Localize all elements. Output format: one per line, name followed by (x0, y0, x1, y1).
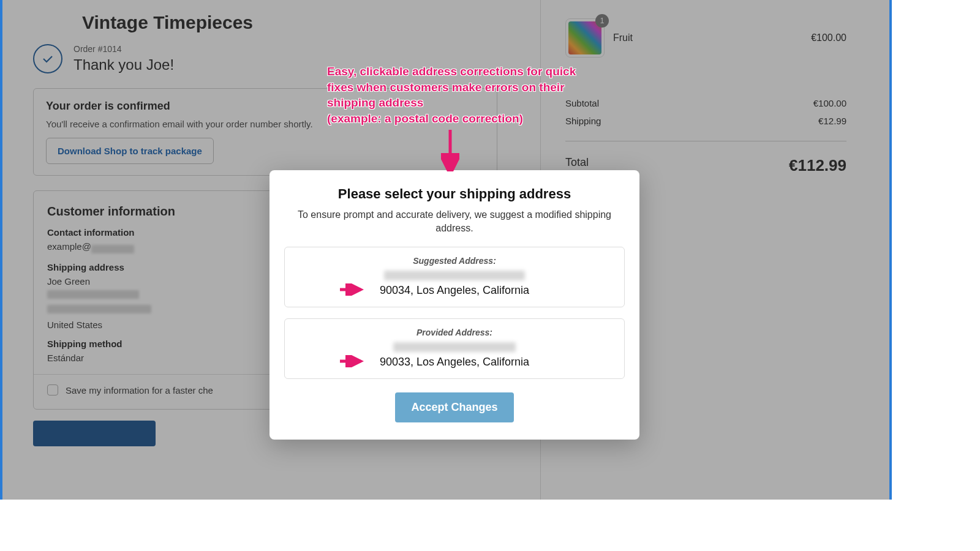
accept-changes-button[interactable]: Accept Changes (395, 392, 513, 422)
arrow-right-icon (339, 283, 366, 298)
redacted-line (393, 342, 516, 352)
suggested-address-label: Suggested Address: (291, 256, 618, 266)
provided-address-label: Provided Address: (291, 328, 618, 337)
modal-description: To ensure prompt and accurate delivery, … (284, 208, 625, 236)
annotation-callout: Easy, clickable address corrections for … (327, 64, 603, 127)
redacted-line (384, 271, 525, 280)
annotation-arrow-icon (441, 129, 459, 174)
address-correction-modal: Please select your shipping address To e… (270, 170, 639, 440)
arrow-right-icon (339, 355, 366, 370)
suggested-address-option[interactable]: Suggested Address: 90034, Los Angeles, C… (284, 247, 625, 307)
modal-title: Please select your shipping address (284, 186, 625, 202)
provided-address-option[interactable]: Provided Address: 90033, Los Angeles, Ca… (284, 318, 625, 379)
